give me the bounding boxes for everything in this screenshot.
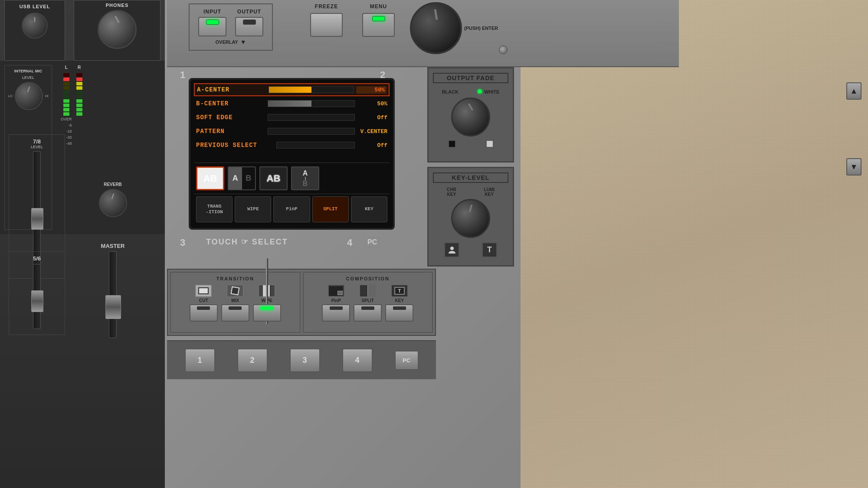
bottom-btn-1[interactable]: 1: [185, 348, 215, 372]
usb-level-knob[interactable]: [22, 13, 48, 39]
lcd-icons-row: AB A B AB: [194, 163, 390, 194]
wipe-arrow-icon: [266, 285, 268, 297]
lcd-row-pattern[interactable]: PATTERN V.CENTER: [194, 125, 390, 138]
split-btn-container: SPLIT: [354, 285, 382, 322]
push-enter-knob[interactable]: [410, 2, 462, 54]
lcd-icon-ab-left[interactable]: A B: [228, 166, 256, 190]
split-button[interactable]: [354, 304, 382, 322]
phones-label: PHONES: [106, 3, 128, 8]
lcd-scroll-down-btn[interactable]: ▼: [846, 158, 861, 176]
lcd-prevselect-bar-area: [276, 142, 355, 149]
output-fade-knob[interactable]: [451, 98, 490, 137]
key-icon-person: [444, 242, 459, 257]
bottom-btn-pc[interactable]: PC: [395, 351, 419, 370]
wipe-button[interactable]: [253, 304, 281, 322]
vu-l-bars: [63, 73, 69, 116]
freeze-button[interactable]: [310, 13, 343, 37]
white-label: WHITE: [484, 89, 499, 94]
vu-l-label: L: [65, 65, 68, 70]
bottom-btn-4[interactable]: 4: [342, 348, 373, 372]
mix-button[interactable]: [221, 304, 249, 322]
lcd-row-softedge[interactable]: SOFT EDGE Off: [194, 111, 390, 124]
transition-title: TRANSITION: [174, 276, 296, 281]
lcd-scroll-up-btn[interactable]: ▲: [846, 82, 861, 100]
lcd-acenter-bar-area: [269, 86, 354, 93]
split-label: SPLIT: [362, 298, 374, 303]
pinp-button[interactable]: [322, 304, 350, 322]
composition-group: COMPOSITION PinP: [303, 272, 433, 333]
lcd-bcenter-label: B-CENTER: [196, 100, 265, 107]
lcd-btn-pinp[interactable]: PinP: [273, 196, 310, 222]
lcd-bcenter-bar: [268, 101, 311, 107]
lcd-icon-ab-full[interactable]: AB: [196, 166, 224, 190]
mix-led: [229, 306, 242, 310]
channel-56-fader[interactable]: [33, 264, 41, 329]
scroll-up-arrow: ▲: [850, 87, 858, 96]
lcd-btn-key[interactable]: KEY: [351, 196, 387, 222]
composition-title: COMPOSITION: [307, 276, 429, 281]
lcd-btn-split[interactable]: SPLIT: [312, 196, 349, 222]
bottom-btn-2[interactable]: 2: [237, 348, 268, 372]
vu-r-seg9: [76, 108, 82, 111]
channel-56-fader-cap: [31, 290, 43, 312]
key-level-title: KEY-LEVEL: [433, 172, 508, 183]
output-button[interactable]: [235, 17, 263, 36]
display-corner-1: 1: [180, 69, 185, 81]
menu-button[interactable]: [362, 13, 395, 37]
lcd-row-bcenter[interactable]: B-CENTER 50%: [194, 97, 390, 110]
lcd-icon-ab-key[interactable]: A B: [291, 166, 319, 190]
lcd-row-acenter[interactable]: A-CENTER 50%: [194, 83, 390, 96]
comp-key-button[interactable]: [385, 304, 413, 322]
split-left: [360, 285, 368, 296]
lcd-pattern-bar-area: [268, 128, 355, 135]
usb-level-label: USB LEVEL: [20, 4, 50, 9]
vu-r-seg4: [76, 86, 82, 90]
bottom-btn-3[interactable]: 3: [290, 348, 320, 372]
comp-key-t-text: T: [398, 288, 401, 293]
vu-seg-48-active: [63, 108, 69, 111]
comp-key-btn-container: T KEY: [385, 285, 413, 322]
cut-button[interactable]: [190, 304, 218, 322]
display-corner-3: 3: [180, 237, 185, 248]
cut-label: CUT: [199, 298, 208, 303]
key-level-knob[interactable]: [451, 199, 490, 238]
lcd-btn-transition[interactable]: TRANS-ITION: [196, 196, 233, 222]
internal-mic-knob[interactable]: [15, 82, 43, 110]
split-led: [361, 306, 374, 310]
lcd-inner: A-CENTER 50% B-CENTER 50% SOFT EDGE: [190, 80, 393, 228]
lcd-icon-ab-outline[interactable]: AB: [259, 166, 288, 190]
lcd-row-prevselect[interactable]: PREVIOUS SELECT Off: [194, 139, 390, 152]
usb-level-section: USB LEVEL: [4, 0, 65, 61]
lcd-btn-pinp-text: PinP: [286, 206, 297, 212]
lcd-acenter-value: 50%: [356, 86, 387, 94]
input-button[interactable]: [198, 17, 226, 36]
lcd-ab-left-b-text: B: [246, 174, 251, 183]
channel-56-label: 5/6: [13, 255, 61, 262]
scroll-down-arrow: ▼: [850, 163, 858, 172]
vu-r-seg1: [76, 73, 82, 77]
bottom-btn-pc-label: PC: [403, 357, 410, 364]
vu-r-bar: [76, 73, 82, 116]
mix-btn-container: MIX: [221, 285, 249, 322]
transition-group: TRANSITION CUT MIX: [170, 272, 301, 333]
bottom-btn-4-label: 4: [355, 356, 359, 365]
master-fader[interactable]: [109, 251, 117, 338]
key-icon-t: T: [482, 242, 497, 257]
vu-r-seg10: [76, 112, 82, 116]
composition-buttons-row: PinP SPLIT: [307, 285, 429, 322]
bottom-buttons-row: 1 2 3 4 PC: [167, 340, 436, 379]
transition-comp-section: TRANSITION CUT MIX: [167, 269, 436, 336]
white-label-container: WHITE: [476, 88, 499, 95]
lcd-btn-transition-text: TRANS-ITION: [206, 204, 223, 215]
reverb-knob[interactable]: [99, 189, 127, 217]
pinp-icon: [328, 285, 344, 297]
vu-r-seg2: [76, 78, 82, 81]
phones-knob[interactable]: [98, 10, 137, 49]
lcd-btn-split-text: SPLIT: [323, 206, 337, 212]
vu-seg-over-label: [63, 73, 69, 77]
output-fade-panel: OUTPUT FADE BLACK WHITE: [427, 67, 514, 163]
lcd-icon-ab-left-b: B: [242, 167, 255, 189]
lcd-btn-wipe[interactable]: WIPE: [235, 196, 271, 222]
overlay-label: OVERLAY: [215, 39, 238, 45]
lcd-ab-key-a: A: [303, 170, 308, 177]
